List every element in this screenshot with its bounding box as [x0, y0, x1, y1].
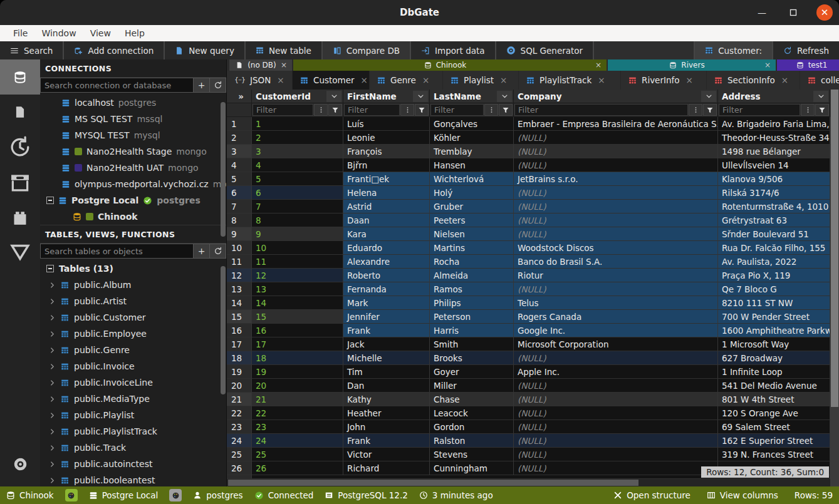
row-number[interactable]: 9 [227, 227, 252, 241]
minimize-button[interactable]: — [754, 4, 770, 21]
palette-badge[interactable] [65, 489, 78, 501]
cell-customerid[interactable]: 3 [252, 145, 343, 158]
cell-customerid[interactable]: 11 [252, 255, 343, 269]
cell-firstname[interactable]: Roberto [343, 269, 430, 282]
cell-firstname[interactable]: Dan [343, 379, 430, 393]
tab-genre[interactable]: Genre× [370, 71, 442, 90]
cell-company[interactable]: Apple Inc. [514, 365, 718, 379]
cell-lastname[interactable]: Peeters [430, 213, 514, 227]
menu-view[interactable]: View [83, 27, 118, 39]
cell-lastname[interactable]: Cunningham [430, 461, 514, 475]
row-number[interactable]: 3 [227, 145, 252, 158]
cell-lastname[interactable]: Hansen [430, 158, 514, 172]
chevron-down-icon[interactable] [497, 91, 512, 102]
cell-address[interactable]: Rotenturmstraße 4, 1010 I [718, 200, 830, 213]
table-item[interactable]: public.Customer [40, 309, 226, 326]
cell-address[interactable]: Klanova 9/506 [718, 172, 830, 186]
row-number[interactable]: 21 [227, 393, 252, 406]
connections-scrollbar[interactable] [221, 102, 226, 237]
cell-lastname[interactable]: Holý [430, 186, 514, 200]
db-group-tab-chinook[interactable]: Chinook× [293, 59, 607, 71]
cell-company[interactable]: Woodstock Discos [514, 241, 718, 255]
close-icon[interactable]: × [422, 75, 429, 85]
cell-company[interactable]: Banco do Brasil S.A. [514, 255, 718, 269]
row-number[interactable]: 19 [227, 365, 252, 379]
cell-company[interactable]: Rogers Canada [514, 310, 718, 324]
menu-window[interactable]: Window [34, 27, 83, 39]
cell-lastname[interactable]: Gonçalves [430, 117, 514, 131]
cell-company[interactable]: (NULL) [514, 406, 718, 420]
cell-lastname[interactable]: Philips [430, 296, 514, 310]
cell-firstname[interactable]: Eduardo [343, 241, 430, 255]
cell-address[interactable]: Theodor-Heuss-Straße 34 [718, 131, 830, 145]
filter-funnel-button[interactable] [815, 104, 829, 116]
table-row[interactable]: 88DaanPeeters(NULL)Grétrystraat 63 [227, 213, 830, 227]
row-number[interactable]: 10 [227, 241, 252, 255]
table-row[interactable]: 2121KathyChase(NULL)801 W 4th Street [227, 393, 830, 406]
chevron-down-icon[interactable] [326, 91, 341, 102]
cell-firstname[interactable]: Tim [343, 365, 430, 379]
cell-firstname[interactable]: Richard [343, 461, 430, 475]
cell-firstname[interactable]: Michelle [343, 351, 430, 365]
table-row[interactable]: 11LuísGonçalvesEmbraer - Empresa Brasile… [227, 117, 830, 131]
table-row[interactable]: 44BjřrnHansen(NULL)Ullevĺlsveien 14 [227, 158, 830, 172]
cell-firstname[interactable]: Helena [343, 186, 430, 200]
table-item[interactable]: public.autoinctest [40, 456, 226, 472]
add-connection-plus-button[interactable]: + [194, 78, 210, 93]
cell-customerid[interactable]: 4 [252, 158, 343, 172]
cell-company[interactable]: Embraer - Empresa Brasileira de Aeronáut… [514, 117, 718, 131]
table-row[interactable]: 1717JackSmithMicrosoft Corporation1 Micr… [227, 337, 830, 351]
filter-funnel-button[interactable] [328, 104, 342, 116]
chevron-down-icon[interactable] [813, 91, 828, 102]
table-item[interactable]: public.Employee [40, 326, 226, 342]
cell-address[interactable]: 69 Salem Street [718, 420, 830, 434]
close-button[interactable]: ✕ [816, 4, 833, 21]
cell-firstname[interactable]: François [343, 145, 430, 158]
cell-address[interactable]: 319 N. Frances Street [718, 448, 830, 461]
cell-customerid[interactable]: 25 [252, 448, 343, 461]
column-header-company[interactable]: Company [514, 90, 718, 103]
table-row[interactable]: 2525VictorStevens(NULL)319 N. Frances St… [227, 448, 830, 461]
row-number[interactable]: 4 [227, 158, 252, 172]
cell-address[interactable]: Av. Brigadeiro Faria Lima, 2 [718, 117, 830, 131]
row-number[interactable]: 7 [227, 200, 252, 213]
table-item[interactable]: public.InvoiceLine [40, 374, 226, 391]
database-item-chinook[interactable]: Chinook [40, 208, 226, 225]
db-group-tab-rivers[interactable]: Rivers× [608, 59, 776, 71]
collapse-box-icon[interactable] [46, 197, 54, 204]
cell-lastname[interactable]: Köhler [430, 131, 514, 145]
filter-menu-button[interactable] [314, 104, 328, 116]
filter-funnel-button[interactable] [703, 104, 717, 116]
filter-funnel-button[interactable] [415, 104, 429, 116]
cell-address[interactable]: Rua Dr. Falcăo Filho, 155 [718, 241, 830, 255]
close-icon[interactable]: × [281, 61, 287, 69]
cell-address[interactable]: 541 Del Medio Avenue [718, 379, 830, 393]
cell-firstname[interactable]: Fernanda [343, 282, 430, 296]
cell-customerid[interactable]: 5 [252, 172, 343, 186]
cell-lastname[interactable]: Ralston [430, 434, 514, 448]
table-row[interactable]: 2222HeatherLeacock(NULL)120 S Orange Ave [227, 406, 830, 420]
rail-plugin-icon[interactable] [0, 200, 40, 235]
close-icon[interactable]: × [595, 61, 602, 69]
cell-firstname[interactable]: Jennifer [343, 310, 430, 324]
cell-address[interactable]: 700 W Pender Street [718, 310, 830, 324]
table-row[interactable]: 1313FernandaRamos(NULL)Qe 7 Bloco G [227, 282, 830, 296]
row-number[interactable]: 25 [227, 448, 252, 461]
statusbar-connected[interactable]: Connected [254, 490, 314, 500]
cell-address[interactable]: Qe 7 Bloco G [718, 282, 830, 296]
cell-company[interactable]: (NULL) [514, 145, 718, 158]
row-number[interactable]: 13 [227, 282, 252, 296]
cell-customerid[interactable]: 23 [252, 420, 343, 434]
statusbar-postgresql-12-2[interactable]: PostgreSQL 12.2 [325, 490, 407, 500]
cell-firstname[interactable]: Daan [343, 213, 430, 227]
toolbar-new-query-button[interactable]: New query [165, 41, 244, 59]
cell-lastname[interactable]: Ramos [430, 282, 514, 296]
cell-firstname[interactable]: Alexandre [343, 255, 430, 269]
statusbar-theme-badge[interactable] [169, 489, 182, 501]
table-row[interactable]: 99KaraNielsen(NULL)Sřnder Boulevard 51 [227, 227, 830, 241]
toolbar-refresh-button[interactable]: Refresh [773, 41, 839, 59]
cell-company[interactable]: (NULL) [514, 448, 718, 461]
cell-address[interactable]: Sřnder Boulevard 51 [718, 227, 830, 241]
cell-lastname[interactable]: Almeida [430, 269, 514, 282]
cell-firstname[interactable]: Jack [343, 337, 430, 351]
